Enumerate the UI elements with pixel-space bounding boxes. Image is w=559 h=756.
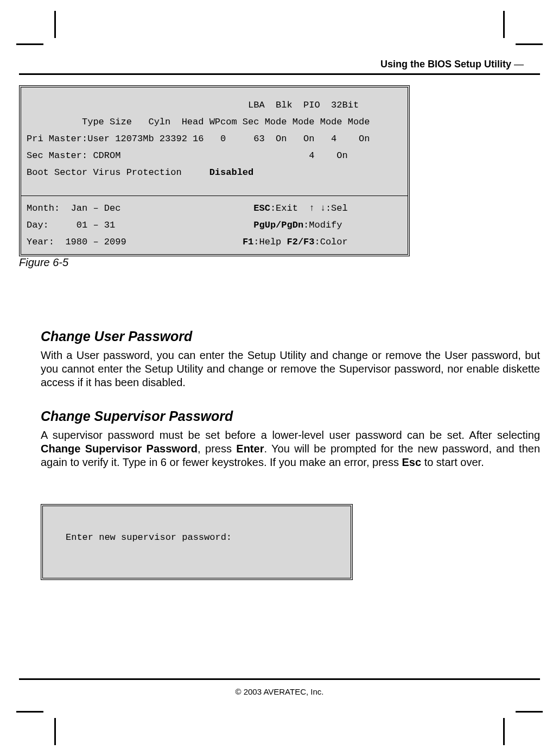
password-prompt-text: Enter new supervisor password:: [66, 532, 232, 543]
bios-year-label: Year: 1980 – 2099: [27, 237, 243, 247]
page: Using the BIOS Setup Utility — LBA Blk P…: [0, 0, 559, 756]
bios-esc-key: ESC: [253, 203, 270, 213]
running-head-title: Using the BIOS Setup Utility: [380, 59, 511, 70]
bios-hdr-line-2: Type Size Cyln Head WPcom Sec Mode Mode …: [27, 117, 402, 127]
arrow-up-icon: ↑: [309, 203, 314, 213]
crop-mark: [54, 718, 56, 745]
section-change-user-password: Change User Password With a User passwor…: [41, 329, 540, 389]
bios-hdr-line-1: LBA Blk PIO 32Bit: [27, 100, 402, 110]
running-head: Using the BIOS Setup Utility —: [380, 59, 524, 70]
bios-sel-label: :Sel: [326, 203, 348, 213]
para-change-supervisor-password: A supervisor password must be set before…: [41, 429, 540, 469]
bios-exit-label: :Exit: [270, 203, 309, 213]
running-head-suffix: —: [511, 59, 524, 70]
bios-color-label: :Color: [315, 237, 348, 247]
bios-pri-master: Pri Master:User 12073Mb 23392 16 0 63 On…: [27, 134, 402, 143]
heading-change-user-password: Change User Password: [41, 329, 540, 344]
bios-bsvp-label: Boot Sector Virus Protection: [27, 167, 209, 178]
bios-screen-box: LBA Blk PIO 32Bit Type Size Cyln Head WP…: [19, 85, 410, 256]
password-prompt-box: Enter new supervisor password:: [41, 504, 353, 580]
bios-month-label: Month: Jan – Dec: [27, 203, 253, 213]
bold-change-supervisor-password: Change Supervisor Password: [41, 443, 198, 455]
para-change-user-password: With a User password, you can enter the …: [41, 349, 540, 389]
bios-day-label: Day: 01 – 31: [27, 220, 253, 230]
section-change-supervisor-password: Change Supervisor Password A supervisor …: [41, 408, 540, 469]
crop-mark: [516, 711, 543, 713]
bios-f2f3-key: F2/F3: [287, 237, 315, 247]
footer-rule: [19, 678, 540, 680]
text: to start over.: [421, 456, 484, 468]
crop-mark: [516, 43, 543, 45]
footer-copyright: © 2003 AVERATEC, Inc.: [0, 687, 559, 696]
crop-mark: [503, 718, 505, 745]
crop-mark: [16, 43, 43, 45]
bios-top-panel: LBA Blk PIO 32Bit Type Size Cyln Head WP…: [21, 87, 408, 196]
bios-modify-label: :Modify: [303, 220, 342, 230]
heading-change-supervisor-password: Change Supervisor Password: [41, 408, 540, 424]
crop-mark: [54, 11, 56, 38]
crop-mark: [16, 711, 43, 713]
header-rule: [19, 73, 540, 75]
bios-range-month: Month: Jan – Dec ESC:Exit ↑ ↓:Sel: [27, 204, 402, 213]
bios-f1-key: F1: [243, 237, 253, 247]
bios-range-year: Year: 1980 – 2099 F1:Help F2/F3:Color: [27, 237, 402, 247]
text: , press: [198, 443, 236, 455]
bios-bottom-panel: Month: Jan – Dec ESC:Exit ↑ ↓:Sel Day: 0…: [21, 196, 408, 254]
figure-caption: Figure 6-5: [19, 256, 68, 269]
text: A supervisor password must be set before…: [41, 429, 540, 441]
bios-boot-sector: Boot Sector Virus Protection Disabled: [27, 168, 402, 177]
bold-esc-key: Esc: [402, 456, 421, 468]
space: [315, 203, 320, 213]
bios-sec-master: Sec Master: CDROM 4 On: [27, 151, 402, 160]
bios-help-label: :Help: [253, 237, 287, 247]
bios-pgupdn-key: PgUp/PgDn: [253, 220, 303, 230]
arrow-down-icon: ↓: [320, 203, 326, 213]
bold-enter-key: Enter: [236, 443, 264, 455]
bios-bsvp-value: Disabled: [209, 167, 254, 178]
crop-mark: [503, 11, 505, 38]
bios-range-day: Day: 01 – 31 PgUp/PgDn:Modify: [27, 220, 402, 230]
